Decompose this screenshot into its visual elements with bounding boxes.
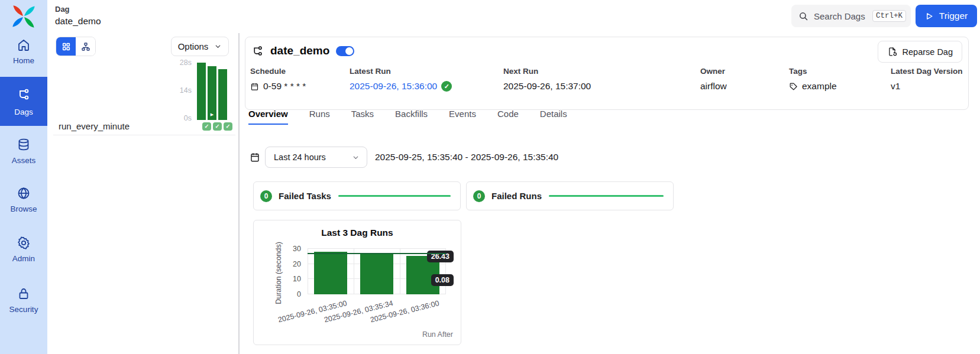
- sidebar-item-security[interactable]: Security: [0, 287, 47, 314]
- grid-run-bar-1[interactable]: [197, 63, 206, 120]
- chevron-down-icon: [214, 43, 222, 50]
- failed-tasks-label: Failed Tasks: [279, 191, 331, 201]
- y-tick-label: 20: [293, 261, 301, 268]
- time-range-select[interactable]: Last 24 hours: [265, 147, 367, 168]
- airflow-logo[interactable]: [11, 4, 37, 30]
- tab-tasks[interactable]: Tasks: [351, 109, 374, 125]
- sidebar-item-label: Admin: [12, 254, 35, 263]
- toggle-knob: [345, 47, 353, 55]
- sidebar-item-label: Security: [9, 305, 38, 314]
- x-axis-title: Run After: [422, 330, 453, 339]
- mini-chart-bars: ▶: [197, 63, 227, 120]
- mini-chart-axis: 28s14s0s: [175, 60, 197, 122]
- sidebar-item-assets[interactable]: Assets: [0, 138, 47, 165]
- time-range-selected: Last 24 hours: [274, 152, 326, 162]
- dag-icon: [17, 87, 31, 102]
- grid-run-duration-chart: 28s14s0s ▶: [175, 63, 227, 122]
- dag-enabled-toggle[interactable]: [336, 46, 354, 56]
- reparse-dag-button[interactable]: Reparse Dag: [878, 41, 962, 63]
- failed-tasks-card[interactable]: 0 Failed Tasks: [253, 181, 461, 210]
- field-label: Schedule: [250, 67, 306, 76]
- tag-icon: [789, 82, 798, 91]
- grid-view-button[interactable]: [56, 37, 76, 56]
- dag-run-bar-2[interactable]: [360, 254, 393, 294]
- mini-chart-tick: 28s: [180, 60, 192, 66]
- sidebar: Home Dags Assets Browse Admin Security: [0, 0, 47, 354]
- field-label: Tags: [789, 67, 837, 76]
- next-run-value: 2025-09-26, 15:37:00: [503, 81, 591, 92]
- reparse-button-label: Reparse Dag: [903, 47, 953, 57]
- panel-divider[interactable]: [238, 33, 240, 354]
- sidebar-item-label: Dags: [14, 108, 33, 116]
- tab-backfills[interactable]: Backfills: [395, 109, 428, 125]
- sidebar-item-dags[interactable]: Dags: [0, 77, 47, 126]
- field-tags: Tags example: [789, 67, 837, 92]
- sidebar-item-home[interactable]: Home: [0, 38, 47, 65]
- task-row[interactable]: run_every_minute ✓✓✓: [53, 121, 235, 131]
- tab-details[interactable]: Details: [540, 109, 567, 125]
- failed-runs-card[interactable]: 0 Failed Runs: [466, 181, 674, 210]
- sidebar-item-browse[interactable]: Browse: [0, 186, 47, 213]
- home-icon: [17, 38, 31, 52]
- database-icon: [17, 138, 31, 152]
- view-mode-toggle: [56, 37, 96, 56]
- tab-events[interactable]: Events: [449, 109, 476, 125]
- y-axis-title: Duration (seconds): [274, 235, 283, 311]
- field-latest-dag-version: Latest Dag Version v1: [891, 67, 963, 92]
- bars: [308, 249, 446, 294]
- task-instance-success-badge[interactable]: ✓: [202, 122, 211, 131]
- calendar-icon: [250, 82, 259, 91]
- y-axis-ticks: 3020100: [288, 249, 305, 294]
- chevron-down-icon: [352, 154, 360, 161]
- task-instance-statuses: ✓✓✓: [202, 122, 235, 131]
- schedule-value: 0-59 * * * *: [263, 81, 306, 92]
- trigger-dag-button[interactable]: Trigger: [916, 5, 977, 27]
- y-tick-label: 30: [293, 245, 301, 252]
- options-label: Options: [178, 41, 209, 51]
- latest-run-link[interactable]: 2025-09-26, 15:36:00: [350, 81, 437, 92]
- tag-value[interactable]: example: [802, 81, 837, 92]
- time-range-filter: Last 24 hours 2025-09-25, 15:35:40 - 202…: [250, 147, 558, 168]
- graph-view-button[interactable]: [76, 37, 95, 56]
- tab-runs[interactable]: Runs: [309, 109, 330, 125]
- breadcrumb: Dag date_demo: [55, 5, 101, 27]
- search-dags-box[interactable]: Ctrl+K: [791, 5, 911, 27]
- sidebar-item-admin[interactable]: Admin: [0, 236, 47, 263]
- field-owner: Owner airflow: [700, 67, 727, 92]
- queued-duration-callout-badge: 0.08: [431, 274, 454, 286]
- options-dropdown[interactable]: Options: [171, 37, 229, 56]
- failed-runs-count-badge: 0: [473, 190, 485, 202]
- task-instance-success-badge[interactable]: ✓: [224, 122, 232, 131]
- time-range-text: 2025-09-25, 15:35:40 - 2025-09-26, 15:35…: [375, 152, 558, 163]
- success-check-icon: ✓: [441, 81, 452, 92]
- sidebar-item-label: Browse: [10, 204, 37, 213]
- breadcrumb-page-title: date_demo: [55, 16, 101, 27]
- mean-duration-line: [308, 253, 446, 254]
- grid-run-bar-2[interactable]: ▶: [208, 66, 216, 120]
- y-tick-label: 0: [297, 291, 301, 298]
- last-3-dag-runs-card: Last 3 Dag Runs Duration (seconds) 30201…: [253, 220, 461, 345]
- tab-overview[interactable]: Overview: [248, 109, 288, 125]
- failed-tasks-count-badge: 0: [260, 190, 272, 202]
- field-latest-run: Latest Run 2025-09-26, 15:36:00 ✓: [350, 67, 452, 92]
- dag-header-card: date_demo Reparse Dag Schedule 0-59 * * …: [245, 37, 969, 110]
- dag-run-bar-1[interactable]: [314, 252, 347, 294]
- owner-value: airflow: [700, 81, 727, 92]
- graph-icon: [81, 42, 90, 51]
- y-tick-label: 10: [293, 275, 301, 282]
- task-name[interactable]: run_every_minute: [53, 121, 130, 131]
- duration-callout-badge: 26.43: [427, 251, 454, 262]
- play-icon: [925, 12, 934, 21]
- sidebar-item-label: Home: [13, 56, 34, 65]
- task-instance-success-badge[interactable]: ✓: [213, 122, 222, 131]
- grid-run-bar-3[interactable]: [218, 69, 227, 120]
- search-dags-input[interactable]: [814, 11, 872, 21]
- field-label: Latest Run: [350, 67, 452, 76]
- failed-runs-trend-line: [549, 195, 664, 197]
- search-icon: [798, 11, 808, 21]
- calendar-icon: [250, 152, 260, 163]
- breadcrumb-section: Dag: [55, 5, 101, 14]
- field-label: Latest Dag Version: [891, 67, 963, 76]
- tab-code[interactable]: Code: [497, 109, 519, 125]
- play-marker-icon: ▶: [208, 112, 216, 117]
